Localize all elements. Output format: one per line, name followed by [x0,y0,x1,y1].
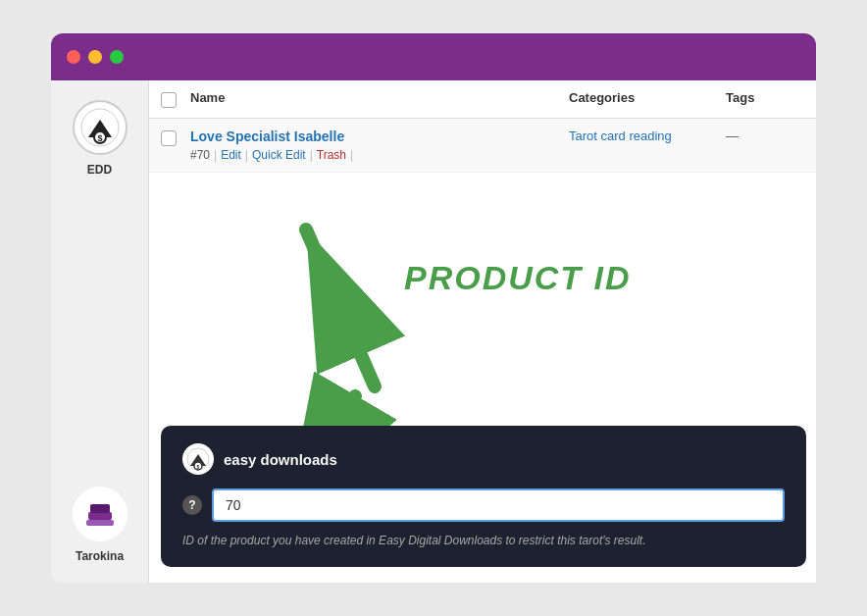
table-row: Love Specialist Isabelle #70 | Edit | Qu… [149,119,816,173]
product-id-input[interactable] [212,488,785,522]
panel-description: ID of the product you have created in Ea… [182,532,785,549]
help-icon: ? [182,495,202,515]
row-actions: #70 | Edit | Quick Edit | Trash | [190,148,569,162]
separator-3: | [310,148,313,162]
panel-header: $ easy downloads [182,443,785,475]
svg-rect-6 [90,504,110,513]
category-cell: Tarot card reading [569,128,726,143]
edit-link[interactable]: Edit [221,148,241,162]
product-title-link[interactable]: Love Specialist Isabelle [190,128,569,144]
sidebar-item-tarokina[interactable]: Tarokina [73,487,128,563]
tarokina-label: Tarokina [76,549,124,563]
product-id: #70 [190,148,210,162]
separator-2: | [245,148,248,162]
close-button[interactable] [67,50,80,64]
header-checkbox-col [161,90,190,108]
edd-label: EDD [87,163,112,177]
sidebar-item-edd[interactable]: $ EDD [73,100,128,177]
separator-4: | [350,148,353,162]
panel-logo: $ [182,443,214,475]
svg-rect-4 [86,520,114,526]
panel-title: easy downloads [224,451,337,468]
svg-text:$: $ [197,464,200,470]
svg-text:$: $ [97,133,102,143]
product-id-annotation: PRODUCT ID [404,259,632,297]
minimize-button[interactable] [88,50,102,64]
edd-icon: $ [73,100,128,155]
tags-header: Tags [726,90,804,108]
separator-1: | [214,148,217,162]
row-checkbox-col [161,128,190,146]
select-all-checkbox[interactable] [161,92,177,108]
sidebar: $ EDD Tarokina [51,80,149,583]
tarokina-icon [73,487,128,541]
svg-rect-5 [88,512,112,520]
title-bar [51,33,816,80]
row-checkbox[interactable] [161,130,177,146]
tags-cell: — [726,128,804,143]
product-name-col: Love Specialist Isabelle #70 | Edit | Qu… [190,128,569,162]
quick-edit-link[interactable]: Quick Edit [252,148,306,162]
trash-link[interactable]: Trash [317,148,346,162]
product-id-field-row: ? [182,488,785,522]
products-table: Name Categories Tags Love Specialist Isa… [149,80,816,173]
name-header: Name [190,90,569,108]
maximize-button[interactable] [110,50,124,64]
edd-product-panel: $ easy downloads ? ID of the product you… [161,426,806,567]
categories-header: Categories [569,90,726,108]
table-header: Name Categories Tags [149,80,816,119]
